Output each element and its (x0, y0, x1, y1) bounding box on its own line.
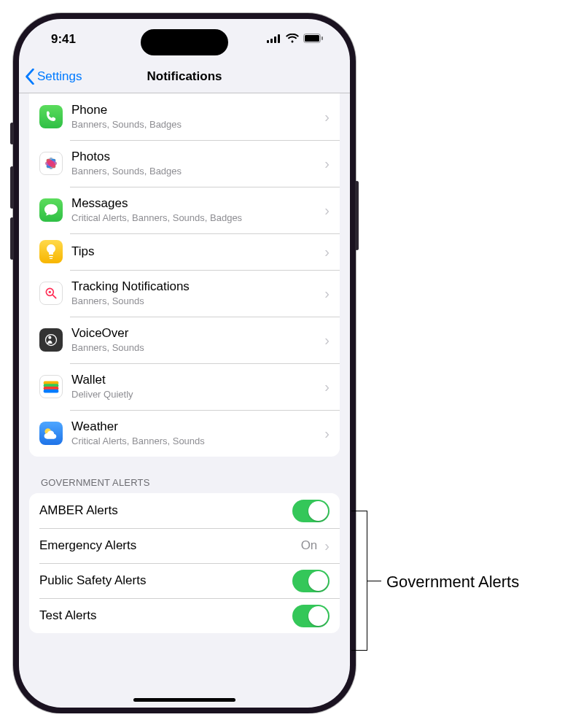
settings-content[interactable]: Phone Banners, Sounds, Badges › Photos B… (19, 93, 350, 687)
tracking-icon (39, 282, 63, 305)
app-title: Weather (71, 419, 320, 434)
messages-icon (39, 198, 63, 222)
gov-row-public-safety[interactable]: Public Safety Alerts (29, 563, 340, 598)
app-subtitle: Banners, Sounds (71, 342, 320, 354)
svg-rect-2 (274, 36, 276, 43)
volume-down-button (10, 217, 14, 260)
wifi-icon (286, 32, 299, 47)
cellular-icon (267, 32, 281, 47)
svg-rect-5 (305, 35, 319, 42)
app-subtitle: Deliver Quietly (71, 389, 320, 400)
side-button (355, 181, 359, 250)
app-subtitle: Banners, Sounds, Badges (71, 119, 320, 131)
bracket-icon (351, 511, 367, 651)
app-notification-group: Phone Banners, Sounds, Badges › Photos B… (29, 93, 340, 457)
svg-line-17 (52, 295, 56, 298)
callout-annotation: Government Alerts (351, 511, 367, 651)
phone-icon (39, 105, 63, 128)
chevron-right-icon: › (324, 202, 330, 219)
test-alerts-toggle[interactable] (292, 605, 330, 627)
voiceover-icon (39, 328, 63, 352)
gov-title: AMBER Alerts (39, 503, 292, 518)
app-title: VoiceOver (71, 326, 320, 341)
wallet-icon (39, 375, 63, 398)
app-subtitle: Banners, Sounds, Badges (71, 166, 320, 177)
svg-point-19 (48, 336, 51, 339)
page-title: Notifications (147, 69, 222, 84)
annotation-label: Government Alerts (386, 573, 519, 592)
app-row-tracking[interactable]: Tracking Notifications Banners, Sounds › (29, 270, 340, 317)
app-title: Messages (71, 196, 320, 211)
svg-point-16 (49, 291, 51, 293)
svg-rect-1 (270, 39, 273, 43)
gov-title: Public Safety Alerts (39, 573, 292, 588)
app-subtitle: Critical Alerts, Banners, Sounds, Badges (71, 212, 320, 224)
app-title: Phone (71, 103, 320, 117)
battery-icon (303, 32, 324, 47)
government-alerts-header: GOVERNMENT ALERTS (29, 457, 340, 493)
gov-title: Test Alerts (39, 608, 292, 623)
app-title: Tips (71, 244, 320, 259)
mute-switch (10, 123, 14, 144)
svg-rect-6 (321, 36, 323, 40)
chevron-right-icon: › (324, 244, 330, 260)
app-row-weather[interactable]: Weather Critical Alerts, Banners, Sounds… (29, 410, 340, 457)
app-row-wallet[interactable]: Wallet Deliver Quietly › (29, 363, 340, 410)
volume-up-button (10, 166, 14, 209)
weather-icon (39, 422, 63, 445)
svg-point-18 (46, 335, 57, 346)
screen: 9:41 Settings Notifications (19, 19, 350, 708)
emergency-value: On (301, 538, 318, 553)
app-row-photos[interactable]: Photos Banners, Sounds, Badges › (29, 140, 340, 187)
app-row-tips[interactable]: Tips › (29, 233, 340, 270)
amber-alerts-toggle[interactable] (292, 500, 330, 522)
chevron-right-icon: › (324, 379, 330, 395)
chevron-right-icon: › (324, 155, 330, 172)
chevron-right-icon: › (324, 285, 330, 302)
app-row-messages[interactable]: Messages Critical Alerts, Banners, Sound… (29, 187, 340, 233)
back-button[interactable]: Settings (25, 69, 82, 85)
app-title: Photos (71, 150, 320, 164)
government-alerts-group: AMBER Alerts Emergency Alerts On › Publi… (29, 493, 340, 633)
chevron-left-icon (25, 69, 35, 85)
app-row-voiceover[interactable]: VoiceOver Banners, Sounds › (29, 317, 340, 363)
svg-rect-0 (267, 40, 269, 43)
chevron-right-icon: › (324, 538, 330, 554)
status-time: 9:41 (51, 32, 76, 47)
app-subtitle: Banners, Sounds (71, 295, 320, 307)
app-title: Tracking Notifications (71, 279, 320, 294)
gov-row-test[interactable]: Test Alerts (29, 598, 340, 633)
svg-rect-3 (278, 34, 280, 43)
photos-icon (39, 152, 63, 175)
chevron-right-icon: › (324, 109, 330, 125)
app-subtitle: Critical Alerts, Banners, Sounds (71, 435, 320, 447)
chevron-right-icon: › (324, 425, 330, 442)
gov-row-emergency[interactable]: Emergency Alerts On › (29, 528, 340, 563)
svg-rect-23 (44, 390, 59, 393)
dynamic-island (141, 29, 228, 55)
public-safety-toggle[interactable] (292, 570, 330, 592)
iphone-frame: 9:41 Settings Notifications (13, 13, 356, 713)
app-row-phone[interactable]: Phone Banners, Sounds, Badges › (29, 93, 340, 140)
chevron-right-icon: › (324, 332, 330, 349)
home-indicator[interactable] (133, 698, 235, 702)
navigation-bar: Settings Notifications (19, 60, 350, 93)
gov-title: Emergency Alerts (39, 538, 301, 553)
back-label: Settings (37, 69, 82, 84)
app-title: Wallet (71, 373, 320, 387)
gov-row-amber[interactable]: AMBER Alerts (29, 493, 340, 528)
tips-icon (39, 240, 63, 263)
